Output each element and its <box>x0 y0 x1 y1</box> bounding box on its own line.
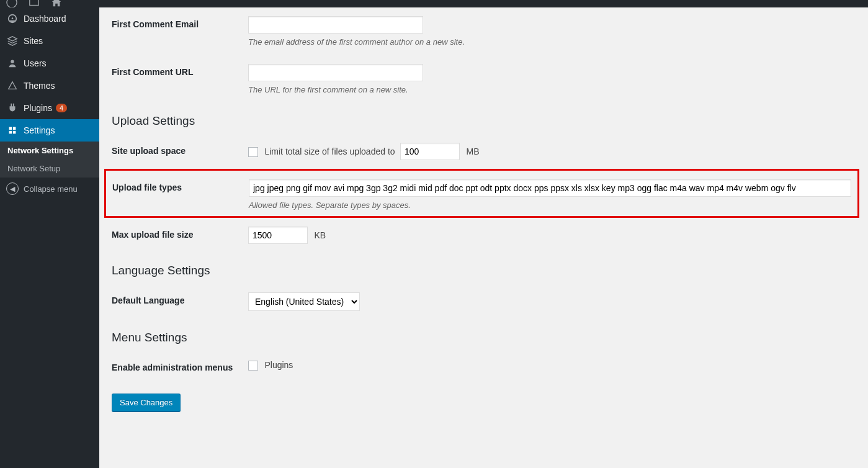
desc-upload-file-types: Allowed file types. Separate types by sp… <box>249 200 851 210</box>
svg-rect-1 <box>30 0 38 5</box>
svg-rect-4 <box>13 127 16 130</box>
collapse-label: Collapse menu <box>24 184 78 194</box>
label-limit-upload: Limit total size of files uploaded to <box>264 146 395 156</box>
label-upload-file-types: Upload file types <box>112 179 249 192</box>
settings-icon <box>6 124 19 137</box>
row-enable-admin-menus: Enable administration menus Plugins <box>112 351 856 381</box>
settings-submenu: Network Settings Network Setup <box>0 142 99 178</box>
desc-first-comment-email: The email address of the first comment a… <box>248 37 856 47</box>
sidebar-item-dashboard[interactable]: Dashboard <box>0 7 99 30</box>
input-first-comment-email[interactable] <box>248 16 423 34</box>
label-first-comment-url: First Comment URL <box>112 64 248 77</box>
themes-icon <box>6 79 19 92</box>
sidebar-item-label: Settings <box>24 125 55 135</box>
label-site-upload-space: Site upload space <box>112 143 248 156</box>
svg-rect-6 <box>13 131 16 134</box>
admin-toolbar <box>0 0 868 7</box>
desc-first-comment-url: The URL for the first comment on a new s… <box>248 85 856 94</box>
svg-point-0 <box>7 0 17 7</box>
sidebar-item-plugins[interactable]: Plugins 4 <box>0 97 99 119</box>
sidebar-item-label: Sites <box>24 36 43 46</box>
row-upload-file-types: Upload file types Allowed file types. Se… <box>112 174 851 210</box>
label-default-language: Default Language <box>112 292 248 305</box>
heading-upload-settings: Upload Settings <box>112 114 856 128</box>
sidebar-item-users[interactable]: Users <box>0 52 99 74</box>
label-plugins-checkbox: Plugins <box>264 360 293 370</box>
svg-rect-3 <box>9 127 12 130</box>
label-enable-admin-menus: Enable administration menus <box>112 359 248 372</box>
save-changes-button[interactable]: Save Changes <box>112 394 181 412</box>
row-first-comment-url: First Comment URL The URL for the first … <box>112 55 856 103</box>
row-site-upload-space: Site upload space Limit total size of fi… <box>112 134 856 169</box>
row-first-comment-email: First Comment Email The email address of… <box>112 7 856 55</box>
collapse-icon: ◀ <box>6 182 19 195</box>
sidebar-item-label: Users <box>24 58 47 68</box>
svg-point-2 <box>11 60 14 63</box>
submenu-network-settings[interactable]: Network Settings <box>0 142 99 160</box>
unit-kb: KB <box>314 230 326 240</box>
select-default-language[interactable]: English (United States) <box>248 292 360 311</box>
sidebar-item-settings[interactable]: Settings <box>0 119 99 142</box>
dashboard-icon <box>6 12 19 25</box>
users-icon <box>6 57 19 70</box>
sidebar-item-sites[interactable]: Sites <box>0 30 99 52</box>
collapse-menu-button[interactable]: ◀ Collapse menu <box>0 178 99 200</box>
heading-language-settings: Language Settings <box>112 264 856 277</box>
input-upload-limit[interactable] <box>400 143 460 160</box>
checkbox-limit-upload[interactable] <box>248 147 258 157</box>
sidebar-item-label: Plugins <box>24 103 52 113</box>
sidebar-item-label: Themes <box>24 81 55 91</box>
checkbox-enable-plugins-menu[interactable] <box>248 361 258 371</box>
admin-sidebar: Dashboard Sites Users Themes Plugins 4 S… <box>0 7 99 468</box>
plugins-icon <box>6 102 19 114</box>
sidebar-item-label: Dashboard <box>24 14 66 24</box>
unit-mb: MB <box>466 146 479 156</box>
plugins-update-badge: 4 <box>56 104 67 112</box>
input-first-comment-url[interactable] <box>248 64 423 81</box>
heading-menu-settings: Menu Settings <box>112 331 856 344</box>
input-upload-file-types[interactable] <box>249 179 851 197</box>
sidebar-item-themes[interactable]: Themes <box>0 74 99 97</box>
row-max-upload: Max upload file size KB <box>112 218 856 253</box>
submenu-network-setup[interactable]: Network Setup <box>0 160 99 178</box>
svg-rect-5 <box>9 131 12 134</box>
label-first-comment-email: First Comment Email <box>112 16 248 29</box>
input-max-upload[interactable] <box>248 227 308 244</box>
label-max-upload: Max upload file size <box>112 227 248 240</box>
row-default-language: Default Language English (United States) <box>112 284 856 320</box>
highlight-upload-file-types: Upload file types Allowed file types. Se… <box>104 169 859 218</box>
sites-icon <box>6 35 19 47</box>
main-content: First Comment Email The email address of… <box>99 7 868 468</box>
